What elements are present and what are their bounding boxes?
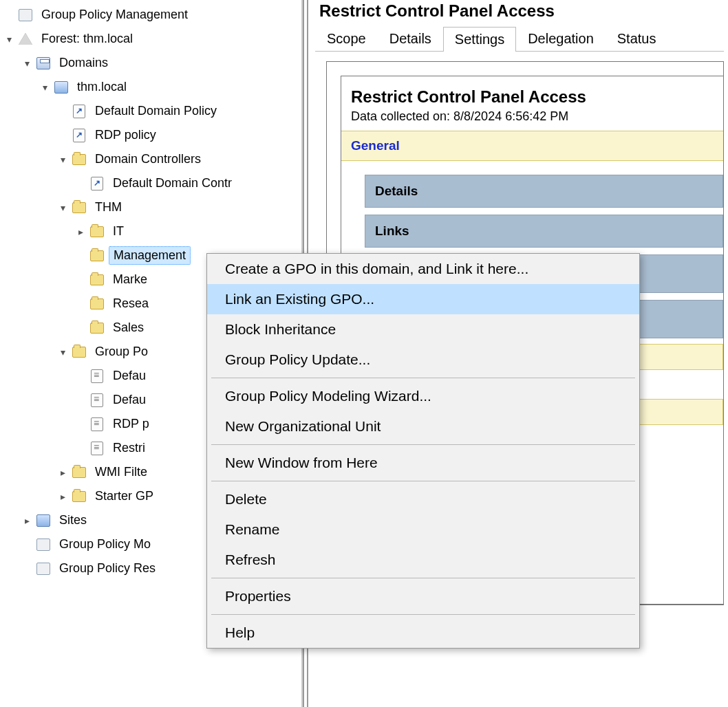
- tree-label: Default Domain Policy: [91, 102, 221, 120]
- section-details[interactable]: Details: [365, 175, 723, 208]
- modeling-icon: [36, 537, 51, 552]
- wmi-folder-icon: [72, 465, 87, 480]
- tree-label: Marke: [109, 271, 151, 288]
- ou-icon: [89, 272, 105, 287]
- tree-label: Starter GP: [91, 488, 158, 505]
- chevron-right-icon[interactable]: ▸: [73, 224, 88, 239]
- tab-delegation[interactable]: Delegation: [516, 26, 606, 51]
- ctx-rename[interactable]: Rename: [207, 514, 639, 545]
- chevron-down-icon[interactable]: ▾: [37, 80, 52, 95]
- policy-link-icon: [72, 128, 87, 143]
- separator-icon: [211, 444, 635, 445]
- chevron-down-icon[interactable]: ▾: [1, 32, 17, 47]
- tree-rdp-policy[interactable]: ▸ RDP policy: [1, 123, 301, 147]
- chevron-down-icon[interactable]: ▾: [19, 56, 34, 71]
- tree-default-domain-controllers-policy[interactable]: ▸ Default Domain Contr: [1, 171, 301, 195]
- policy-link-icon: [89, 176, 105, 191]
- tab-status[interactable]: Status: [606, 26, 668, 51]
- tree-label: Domains: [55, 54, 112, 72]
- tree-forest[interactable]: ▾ Forest: thm.local: [1, 27, 301, 51]
- ou-icon: [89, 248, 105, 263]
- tree-label: thm.local: [73, 78, 131, 96]
- tree-label: RDP p: [109, 415, 153, 433]
- ou-icon: [89, 224, 105, 239]
- gpo-icon: [89, 369, 105, 384]
- chevron-right-icon[interactable]: ▸: [19, 513, 34, 528]
- ctx-refresh[interactable]: Refresh: [207, 545, 639, 575]
- ctx-create-gpo[interactable]: Create a GPO in this domain, and Link it…: [207, 254, 639, 284]
- ctx-delete[interactable]: Delete: [207, 484, 639, 514]
- ctx-gp-update[interactable]: Group Policy Update...: [207, 345, 639, 375]
- forest-icon: [18, 32, 33, 47]
- ctx-link-existing-gpo[interactable]: Link an Existing GPO...: [207, 284, 639, 314]
- starter-folder-icon: [72, 489, 87, 504]
- tree-domain-controllers[interactable]: ▾ Domain Controllers: [1, 147, 301, 171]
- tree-thm[interactable]: ▾ THM: [1, 195, 301, 219]
- tree-label: Group Policy Mo: [55, 536, 155, 553]
- tree-label: IT: [109, 223, 128, 240]
- tree-label: THM: [91, 199, 126, 216]
- chevron-right-icon[interactable]: ▸: [55, 465, 70, 480]
- tree-root[interactable]: ▾ Group Policy Management: [1, 3, 301, 27]
- gpm-icon: [18, 8, 33, 23]
- tree-domains[interactable]: ▾ Domains: [1, 51, 301, 75]
- ou-icon: [89, 296, 105, 312]
- gpo-icon: [89, 417, 105, 432]
- context-menu[interactable]: Create a GPO in this domain, and Link it…: [206, 253, 640, 649]
- tree-label: Defau: [109, 391, 150, 409]
- tree-label: Group Po: [91, 343, 152, 360]
- tree-default-domain-policy[interactable]: ▸ Default Domain Policy: [1, 99, 301, 123]
- tree-label: Resea: [109, 295, 153, 312]
- separator-icon: [211, 614, 635, 615]
- ou-icon: [89, 320, 105, 336]
- tree-label: Default Domain Contr: [109, 175, 236, 192]
- tree-label: Restri: [109, 439, 149, 457]
- tree-label: Forest: thm.local: [37, 30, 137, 47]
- tab-settings[interactable]: Settings: [443, 27, 516, 52]
- section-general[interactable]: General: [341, 131, 723, 161]
- chevron-down-icon[interactable]: ▾: [55, 345, 70, 360]
- chevron-down-icon[interactable]: ▾: [55, 200, 70, 215]
- tab-scope[interactable]: Scope: [315, 26, 378, 51]
- section-links[interactable]: Links: [365, 215, 723, 248]
- tree-label: Sales: [109, 319, 148, 336]
- ctx-block-inheritance[interactable]: Block Inheritance: [207, 314, 639, 345]
- separator-icon: [211, 578, 635, 578]
- tab-details[interactable]: Details: [378, 26, 443, 51]
- domains-icon: [36, 56, 51, 71]
- ctx-new-window[interactable]: New Window from Here: [207, 448, 639, 478]
- tree-domain[interactable]: ▾ thm.local: [1, 75, 301, 99]
- ctx-new-ou[interactable]: New Organizational Unit: [207, 411, 639, 442]
- tree-label: Domain Controllers: [91, 151, 205, 168]
- tree-label: Group Policy Management: [37, 6, 192, 23]
- separator-icon: [211, 378, 635, 378]
- tree-label: Group Policy Res: [55, 560, 160, 577]
- gpo-icon: [89, 441, 105, 456]
- tree-label: Sites: [55, 512, 91, 529]
- ctx-modeling-wizard[interactable]: Group Policy Modeling Wizard...: [207, 381, 639, 411]
- chevron-down-icon[interactable]: ▾: [55, 152, 70, 167]
- tree-label: Defau: [109, 367, 150, 384]
- ctx-help[interactable]: Help: [207, 618, 639, 648]
- separator-icon: [211, 481, 635, 481]
- policy-link-icon: [72, 104, 87, 119]
- results-icon: [36, 561, 51, 576]
- tree-it[interactable]: ▸ IT: [1, 219, 301, 243]
- tab-bar: Scope Details Settings Delegation Status: [315, 26, 724, 52]
- gpo-folder-icon: [72, 345, 87, 360]
- ou-icon: [72, 152, 87, 167]
- report-title: Restrict Control Panel Access: [341, 76, 723, 109]
- chevron-right-icon[interactable]: ▸: [55, 489, 70, 504]
- ou-icon: [72, 200, 87, 215]
- page-title: Restrict Control Panel Access: [312, 0, 724, 26]
- gpo-icon: [89, 393, 105, 408]
- domain-icon: [54, 80, 69, 95]
- tree-label: WMI Filte: [91, 464, 151, 481]
- tree-label: RDP policy: [91, 127, 160, 144]
- report-subtitle: Data collected on: 8/8/2024 6:56:42 PM: [341, 109, 723, 131]
- sites-icon: [36, 513, 51, 528]
- ctx-properties[interactable]: Properties: [207, 581, 639, 611]
- tree-label: Management: [109, 246, 191, 265]
